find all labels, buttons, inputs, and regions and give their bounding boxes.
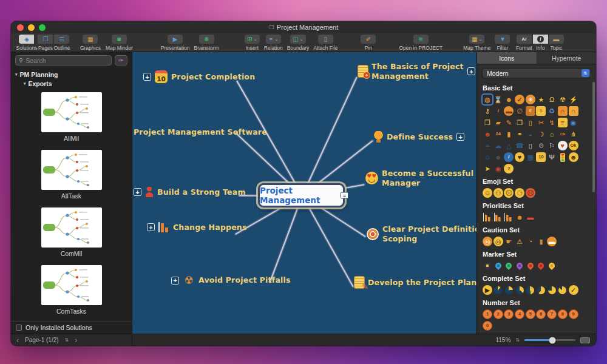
tape-roller-icon[interactable]: ✂ — [536, 118, 546, 127]
topic-project-completion[interactable]: +10Project Completion — [143, 70, 255, 83]
search-field[interactable] — [25, 57, 108, 64]
zoom-window-button[interactable] — [39, 24, 46, 31]
zoom-slider[interactable] — [524, 339, 575, 341]
panel-scrollbar[interactable] — [592, 80, 595, 331]
headset-person-icon[interactable]: Ω — [547, 95, 557, 104]
zoom-stepper-icon[interactable]: ⇅ — [515, 338, 520, 343]
expand-button[interactable]: + — [143, 73, 151, 81]
number-3-icon[interactable]: 3 — [504, 309, 514, 319]
progress-50-icon[interactable] — [526, 285, 535, 295]
progress-87-icon[interactable] — [558, 285, 568, 295]
handshake-icon[interactable]: ⚭ — [515, 129, 524, 139]
disclosure-icon[interactable]: ▾ — [24, 81, 26, 86]
number-7-icon[interactable]: 7 — [547, 309, 557, 319]
radiation-icon[interactable]: ☢ — [558, 95, 568, 104]
thumbnail-comtasks[interactable]: ComTasks — [11, 265, 132, 315]
tab-icons[interactable]: Icons — [477, 52, 537, 64]
ok-badge-icon[interactable]: Ok — [569, 141, 578, 150]
number-6-icon[interactable]: 6 — [536, 309, 546, 319]
cloud-icon[interactable]: ☁ — [493, 141, 503, 150]
toolbar-button-pages[interactable]: ❐Pages — [38, 35, 53, 51]
zoom-slider-handle[interactable] — [549, 337, 556, 343]
white-bird-icon[interactable]: ⚐ — [547, 141, 557, 150]
24-hours-icon[interactable]: 24 — [493, 129, 503, 139]
collapse-button[interactable]: = — [341, 192, 348, 199]
tree-item-pm-planning[interactable]: ▾ PM Planning — [11, 70, 132, 79]
thumbnail-allmil[interactable]: AllMil — [11, 92, 132, 142]
search-input[interactable]: ⚲ — [15, 55, 112, 66]
toolbar-button-brainstorm[interactable]: ❋Brainstorm — [194, 35, 219, 51]
expand-button[interactable]: + — [467, 67, 475, 75]
central-topic[interactable]: Project Management = — [258, 183, 345, 207]
lightning-icon[interactable]: ⚡ — [569, 95, 578, 104]
toolbar-button-insert[interactable]: ⊞⌄Insert — [245, 35, 260, 51]
cool-emoji-icon[interactable]: ☻ — [569, 152, 578, 162]
emoji-happy-icon[interactable]: ☺ — [483, 188, 492, 198]
progress-start-icon[interactable]: ▶ — [483, 285, 492, 295]
dynamite-icon[interactable]: ▮ — [536, 237, 546, 246]
gear-icon[interactable]: ⚙ — [536, 141, 546, 150]
thumbnail-preview[interactable] — [41, 207, 102, 248]
person-bust-icon[interactable]: ☻ — [493, 152, 503, 162]
mindmap-canvas[interactable]: +10Project CompletionThe Basics of Proje… — [132, 52, 476, 334]
topic-change-happens[interactable]: +Change Happens — [147, 222, 247, 232]
battery-icon[interactable]: ▮ — [504, 129, 514, 139]
close-button[interactable] — [17, 24, 24, 31]
key-icon[interactable]: ⚷ — [483, 106, 492, 116]
expand-button[interactable]: + — [147, 223, 155, 231]
briefcase-icon[interactable]: ▦ — [526, 152, 535, 162]
progress-done-icon[interactable]: ✓ — [569, 285, 578, 295]
eye-icon[interactable]: ◉ — [569, 118, 578, 127]
note-edit-icon[interactable]: ✎ — [504, 118, 514, 127]
emoji-sad-icon[interactable]: ☹ — [504, 188, 514, 198]
marker-blue-icon[interactable] — [493, 261, 503, 271]
topic-define-success[interactable]: Define Success+ — [374, 131, 464, 143]
wave-chart-icon[interactable]: ≈ — [483, 141, 492, 150]
fist-icon[interactable]: ☛ — [504, 237, 514, 246]
flash-icon[interactable]: ↯ — [547, 118, 557, 127]
star-icon[interactable]: ★ — [536, 95, 546, 104]
marker-crimson-icon[interactable] — [536, 261, 546, 271]
marker-dark-icon[interactable] — [483, 261, 492, 271]
toolbar-button-graphics[interactable]: ▦Graphics — [80, 35, 101, 51]
cloud-question-icon[interactable]: ? — [504, 164, 514, 174]
stop-sign-icon[interactable]: ▬ — [504, 106, 514, 116]
lock-icon[interactable]: ∩ — [558, 106, 568, 116]
number-1-icon[interactable]: 1 — [483, 309, 492, 319]
marker-yellow-icon[interactable] — [547, 261, 557, 271]
topic-the-basics-of-project-management[interactable]: The Basics of ProjectManagement+ — [358, 62, 475, 81]
number-4-icon[interactable]: 4 — [515, 309, 524, 319]
icon-style-select[interactable]: Modern ⇅ — [482, 68, 591, 78]
minimize-button[interactable] — [28, 24, 35, 31]
thumbnail-alltask[interactable]: AllTask — [11, 150, 132, 200]
toolbar-button-outline[interactable]: ☰Outline — [53, 35, 70, 51]
check-badge-icon[interactable]: ✓ — [515, 95, 524, 104]
emoji-confused-icon[interactable]: ⚆ — [515, 188, 524, 198]
branch-arrows-icon[interactable]: Ψ — [547, 152, 557, 162]
only-installed-checkbox[interactable] — [16, 325, 22, 331]
runner-icon[interactable]: ➤ — [483, 164, 492, 174]
alarm-icon[interactable]: ⚠ — [515, 237, 524, 246]
id-badge-icon[interactable]: ▯ — [526, 118, 535, 127]
globe-dark-icon[interactable]: ◒ — [526, 129, 535, 139]
toolbar-button-boundary[interactable]: ◫⌄Boundary — [287, 35, 309, 51]
croissant-icon[interactable]: ☽ — [536, 129, 546, 139]
tree-item-exports[interactable]: ▾ Exports — [11, 79, 132, 88]
scrollbar-thumb[interactable] — [592, 82, 595, 192]
solutions-filter-button[interactable]: ✑ — [115, 55, 127, 66]
thumbnail-preview[interactable] — [41, 150, 102, 190]
toolbar-button-map-minder[interactable]: ◙Map Minder — [106, 35, 133, 51]
bank-icon[interactable]: ⌂ — [547, 129, 557, 139]
number-2-icon[interactable]: 2 — [493, 309, 503, 319]
topic-become-a-successful-project-manager[interactable]: ♥♥Become a Successful ProjectManager — [365, 169, 476, 187]
disclosure-icon[interactable]: ▾ — [15, 72, 18, 77]
fit-page-button[interactable] — [580, 337, 590, 343]
heart-badge-icon[interactable]: ♥ — [515, 152, 524, 162]
shirt-icon[interactable]: ⋔ — [569, 129, 578, 139]
signature-icon[interactable]: ✑ — [558, 129, 568, 139]
hourglass-icon[interactable]: ⌛ — [493, 95, 503, 104]
expand-button[interactable]: + — [456, 133, 464, 141]
info-badge-icon[interactable]: i — [504, 152, 514, 162]
pyramid-icon[interactable]: △ — [504, 141, 514, 150]
progress-12-icon[interactable] — [493, 285, 503, 295]
